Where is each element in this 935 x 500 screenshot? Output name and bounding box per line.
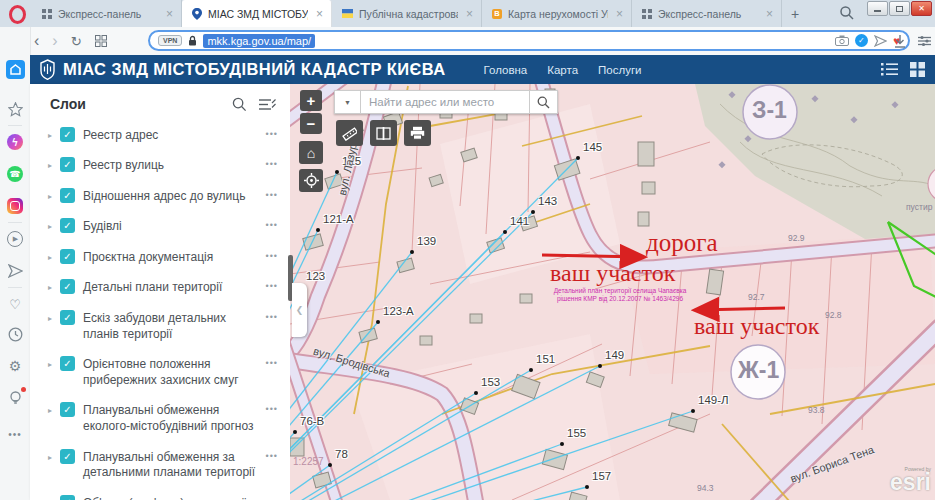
layer-checkbox[interactable]: ✓ bbox=[60, 188, 75, 203]
map-search-button[interactable] bbox=[530, 90, 558, 114]
locate-button[interactable] bbox=[299, 169, 323, 192]
history-clock-icon[interactable] bbox=[0, 321, 30, 347]
legend-list-icon[interactable] bbox=[881, 63, 898, 76]
downloads-icon[interactable] bbox=[894, 35, 906, 48]
layer-item[interactable]: ▸✓Реестр вулиць••• bbox=[30, 151, 290, 182]
layer-item[interactable]: ▸✓Ескіз забудови детальних планів терито… bbox=[30, 304, 290, 350]
speed-dial-button-icon[interactable] bbox=[95, 35, 107, 47]
layer-checkbox[interactable]: ✓ bbox=[60, 356, 75, 371]
window-maximize-button[interactable] bbox=[889, 1, 910, 16]
settings-gear-icon[interactable]: ⚙ bbox=[0, 353, 30, 379]
url-field[interactable]: VPN mkk.kga.gov.ua/map/ ✓ ♥ bbox=[148, 30, 910, 51]
layer-checkbox[interactable]: ✓ bbox=[60, 495, 75, 500]
vpn-status-icon[interactable]: ✓ bbox=[855, 34, 868, 47]
layer-menu-dots-icon[interactable]: ••• bbox=[266, 220, 278, 230]
apps-grid-icon[interactable] bbox=[910, 62, 925, 77]
tune-sliders-icon[interactable] bbox=[918, 35, 931, 47]
back-button[interactable]: ‹ bbox=[34, 33, 39, 49]
layer-menu-dots-icon[interactable]: ••• bbox=[266, 281, 278, 291]
layer-menu-dots-icon[interactable]: ••• bbox=[266, 129, 278, 139]
layer-checkbox[interactable]: ✓ bbox=[60, 402, 75, 417]
nav-services[interactable]: Послуги bbox=[598, 64, 642, 76]
layer-menu-dots-icon[interactable]: ••• bbox=[266, 404, 278, 414]
zoom-in-button[interactable]: + bbox=[300, 90, 322, 111]
zoom-out-button[interactable]: − bbox=[300, 113, 322, 134]
nav-map[interactable]: Карта bbox=[547, 64, 578, 76]
layer-checkbox[interactable]: ✓ bbox=[60, 127, 75, 142]
layer-menu-dots-icon[interactable]: ••• bbox=[266, 312, 278, 322]
layer-checkbox[interactable]: ✓ bbox=[60, 279, 75, 294]
expand-arrow-icon[interactable]: ▸ bbox=[48, 131, 52, 140]
layer-menu-dots-icon[interactable]: ••• bbox=[266, 251, 278, 261]
speed-dial-sidebar-icon[interactable] bbox=[0, 56, 30, 82]
expand-arrow-icon[interactable]: ▸ bbox=[48, 161, 52, 170]
whatsapp-icon[interactable]: ☎ bbox=[0, 161, 30, 187]
expand-arrow-icon[interactable]: ▸ bbox=[48, 283, 52, 292]
filter-list-icon[interactable] bbox=[259, 98, 276, 111]
player-icon[interactable]: ▶ bbox=[0, 226, 30, 252]
layer-item[interactable]: ▸✓Будівлі••• bbox=[30, 212, 290, 243]
panel-collapse-button[interactable]: ❮ bbox=[292, 283, 307, 337]
expand-arrow-icon[interactable]: ▸ bbox=[48, 406, 52, 415]
tab-close-icon[interactable]: × bbox=[464, 7, 475, 21]
snapshot-camera-icon[interactable] bbox=[835, 35, 849, 46]
tab-express-panel-1[interactable]: Экспресс-панель × bbox=[32, 0, 182, 27]
map-canvas[interactable]: 125145143141121-А139123123-А149151153149… bbox=[290, 84, 935, 500]
url-text[interactable]: mkk.kga.gov.ua/map/ bbox=[203, 34, 315, 48]
measure-tool-button[interactable] bbox=[336, 120, 363, 146]
window-minimize-button[interactable] bbox=[867, 1, 888, 16]
layer-item[interactable]: ▸✓Орієнтовне положення прибережних захис… bbox=[30, 350, 290, 396]
expand-arrow-icon[interactable]: ▸ bbox=[48, 192, 52, 201]
layer-checkbox[interactable]: ✓ bbox=[60, 249, 75, 264]
my-flow-icon[interactable] bbox=[874, 35, 887, 47]
forward-button[interactable]: › bbox=[52, 33, 57, 49]
layer-item[interactable]: ▸✓Реестр адрес••• bbox=[30, 120, 290, 151]
layer-checkbox[interactable]: ✓ bbox=[60, 310, 75, 325]
reload-button[interactable]: ↻ bbox=[71, 34, 82, 49]
expand-arrow-icon[interactable]: ▸ bbox=[48, 453, 52, 462]
tab-realty-map[interactable]: B Карта нерухомості України × bbox=[482, 0, 632, 27]
layer-checkbox[interactable]: ✓ bbox=[60, 218, 75, 233]
tab-close-icon[interactable]: × bbox=[764, 7, 775, 21]
layer-checkbox[interactable]: ✓ bbox=[60, 449, 75, 464]
new-tab-button[interactable]: + bbox=[782, 0, 808, 27]
tab-miac-active[interactable]: МІАС ЗМД МІСТОБУДІВНИЙ × bbox=[182, 0, 332, 27]
swipe-compare-button[interactable] bbox=[370, 120, 397, 146]
layer-menu-dots-icon[interactable]: ••• bbox=[266, 159, 278, 169]
home-extent-button[interactable]: ⌂ bbox=[299, 141, 323, 164]
search-icon[interactable] bbox=[839, 5, 855, 21]
bookmarks-star-icon[interactable] bbox=[0, 96, 30, 122]
expand-arrow-icon[interactable]: ▸ bbox=[48, 314, 52, 323]
opera-logo-icon[interactable] bbox=[9, 5, 26, 24]
window-close-button[interactable]: ✕ bbox=[911, 1, 932, 16]
layer-search-icon[interactable] bbox=[232, 97, 247, 112]
layer-menu-dots-icon[interactable]: ••• bbox=[266, 451, 278, 461]
map-search-input[interactable] bbox=[361, 90, 530, 114]
tab-close-icon[interactable]: × bbox=[314, 7, 325, 21]
layer-item[interactable]: ▸✓Об'єкти (пам'ятки) культурної спадщини… bbox=[30, 488, 290, 500]
tab-express-panel-2[interactable]: Экспресс-панель × bbox=[632, 0, 782, 27]
layer-item[interactable]: ▸✓Планувальні обмеження за детальними пл… bbox=[30, 442, 290, 488]
nav-home[interactable]: Головна bbox=[484, 64, 528, 76]
expand-arrow-icon[interactable]: ▸ bbox=[48, 360, 52, 369]
layer-menu-dots-icon[interactable]: ••• bbox=[266, 190, 278, 200]
sidebar-more-icon[interactable]: ••• bbox=[0, 421, 30, 447]
layer-item[interactable]: ▸✓Проєктна документація••• bbox=[30, 242, 290, 273]
expand-arrow-icon[interactable]: ▸ bbox=[48, 253, 52, 262]
expand-arrow-icon[interactable]: ▸ bbox=[48, 222, 52, 231]
tab-close-icon[interactable]: × bbox=[614, 7, 625, 21]
easy-setup-bulb-icon[interactable] bbox=[0, 385, 30, 411]
layer-menu-dots-icon[interactable]: ••• bbox=[266, 358, 278, 368]
layer-checkbox[interactable]: ✓ bbox=[60, 157, 75, 172]
likes-heart-icon[interactable]: ♡ bbox=[0, 291, 30, 317]
tab-close-icon[interactable]: × bbox=[164, 7, 175, 21]
instagram-icon[interactable] bbox=[0, 193, 30, 219]
messenger-icon[interactable]: ϟ bbox=[0, 129, 30, 155]
layer-item[interactable]: ▸✓Детальні плани території••• bbox=[30, 273, 290, 304]
tab-cadastral-map[interactable]: Публічна кадастрова карта × bbox=[332, 0, 482, 27]
print-button[interactable] bbox=[404, 120, 431, 146]
layer-item[interactable]: ▸✓Планувальні обмеження еколого-містобуд… bbox=[30, 396, 290, 442]
layer-item[interactable]: ▸✓Відношення адрес до вулиць••• bbox=[30, 181, 290, 212]
my-flow-plane-icon[interactable] bbox=[0, 258, 30, 284]
vpn-badge[interactable]: VPN bbox=[158, 35, 182, 46]
